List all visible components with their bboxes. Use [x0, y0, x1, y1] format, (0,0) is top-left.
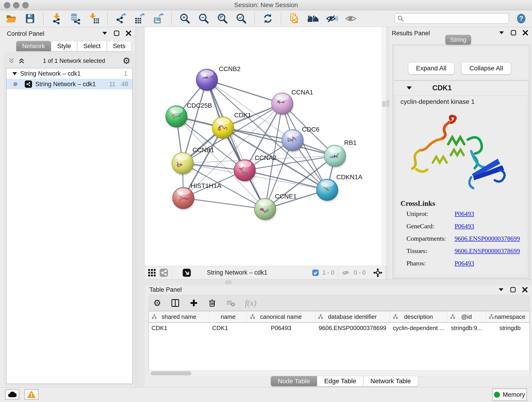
search-input[interactable]: [406, 15, 506, 22]
crosslink-link[interactable]: 9606.ENSP00000378699: [455, 247, 520, 255]
panel-menu-icon[interactable]: [102, 30, 108, 36]
column-header-namespace[interactable]: namespace: [486, 311, 530, 322]
column-header-shared-name[interactable]: shared name: [149, 311, 209, 322]
fit-selected-crosshair-icon[interactable]: [373, 268, 383, 278]
show-columns-icon[interactable]: [171, 298, 180, 307]
gene-expander-icon[interactable]: [407, 86, 412, 89]
tab-network[interactable]: Network: [16, 41, 51, 51]
network-edge-CCNA2-CDKN1A[interactable]: [245, 170, 327, 190]
tab-string[interactable]: String: [445, 35, 471, 45]
hidden-eye-icon[interactable]: [342, 269, 350, 276]
birdseye-grid-icon[interactable]: [148, 269, 156, 277]
network-node-CDC25B[interactable]: [166, 106, 187, 128]
crosslink-link[interactable]: P06493: [455, 260, 474, 267]
help-button[interactable]: ?: [515, 12, 527, 25]
tab-edge-table[interactable]: Edge Table: [317, 376, 363, 386]
network-edge-CCNB2-CCNE1[interactable]: [207, 80, 265, 209]
table-splitter[interactable]: [145, 279, 532, 286]
network-node-CCNB1[interactable]: [172, 153, 194, 175]
left-splitter[interactable]: [136, 27, 145, 387]
table-settings-gear-icon[interactable]: ⚙: [153, 299, 161, 307]
export-table-button[interactable]: [133, 12, 146, 25]
network-scrollbar[interactable]: [382, 27, 386, 266]
cloud-button[interactable]: [5, 389, 19, 400]
collapse-all-networks-icon[interactable]: [8, 58, 14, 64]
crosslink-link[interactable]: P06493: [455, 210, 474, 217]
panel-menu-icon[interactable]: [498, 287, 504, 293]
column-header-name[interactable]: name: [209, 311, 247, 322]
memory-button[interactable]: Memory: [492, 389, 527, 401]
network-scrollbar-thumb[interactable]: [382, 101, 386, 107]
graphics-detail-button[interactable]: [345, 12, 357, 25]
close-panel-icon[interactable]: [126, 30, 132, 36]
network-options-gear-icon[interactable]: ⚙: [123, 58, 129, 64]
open-in-window-icon[interactable]: [182, 268, 191, 277]
import-table-button[interactable]: [88, 12, 100, 25]
houses-button[interactable]: [307, 12, 319, 25]
refresh-button[interactable]: [262, 12, 274, 25]
column-header-description[interactable]: description: [390, 311, 447, 322]
table-cell: P06493: [247, 323, 315, 333]
node-table: shared namenamecanonical namedatabase id…: [148, 311, 530, 370]
network-edge-HIST1H1A-CCNE1[interactable]: [183, 198, 265, 209]
network-node-CCNA1[interactable]: [272, 93, 293, 115]
tab-sets[interactable]: Sets: [107, 41, 132, 51]
export-network-button[interactable]: [114, 12, 127, 25]
network-node-RB1[interactable]: [324, 145, 346, 167]
zoom-fit-button[interactable]: [216, 12, 229, 25]
toolbar-separator: [281, 12, 281, 25]
collection-expander-icon[interactable]: [12, 72, 17, 75]
import-network-file-button[interactable]: [51, 12, 63, 25]
right-splitter-grip[interactable]: [386, 100, 390, 107]
table-splitter-grip[interactable]: [225, 281, 232, 284]
collapse-all-button[interactable]: Collapse All: [461, 62, 511, 75]
tab-node-table[interactable]: Node Table: [271, 376, 317, 386]
float-panel-icon[interactable]: [510, 30, 516, 36]
network-node-CDC6[interactable]: [282, 129, 304, 152]
tab-style[interactable]: Style: [51, 41, 77, 51]
crosslink-link[interactable]: P06493: [455, 223, 474, 230]
network-node-CDKN1A[interactable]: [317, 179, 338, 201]
create-column-icon[interactable]: [190, 299, 198, 307]
expand-all-networks-icon[interactable]: [19, 58, 25, 64]
table-row[interactable]: CDK1CDK1P064939606.ENSP00000378699cyclin…: [149, 323, 530, 333]
network-row[interactable]: String Network – cdk1 11 48: [6, 79, 133, 89]
close-panel-icon[interactable]: [522, 30, 528, 36]
warnings-button[interactable]: [24, 389, 38, 400]
network-node-CCNE1[interactable]: [254, 198, 276, 221]
network-node-CCNA2[interactable]: [234, 160, 256, 182]
delete-column-icon[interactable]: [208, 299, 216, 307]
zoom-out-button[interactable]: [197, 12, 210, 25]
zoom-fit-icon: [217, 13, 228, 24]
float-panel-icon[interactable]: [114, 30, 120, 36]
open-session-button[interactable]: [5, 12, 17, 25]
hide-selected-button[interactable]: [326, 12, 338, 25]
close-panel-icon[interactable]: [522, 287, 528, 293]
column-header-canonical-name[interactable]: canonical name: [247, 311, 315, 322]
tab-network-table[interactable]: Network Table: [363, 376, 418, 386]
selected-checkbox-icon[interactable]: [312, 269, 319, 276]
network-share-icon[interactable]: [159, 268, 168, 277]
zoom-selected-button[interactable]: [235, 12, 247, 25]
network-canvas[interactable]: CCNB2CCNA1CDC25BCDK1CDC6RB1CCNB1CCNA2CDK…: [145, 27, 382, 266]
expand-all-button[interactable]: Expand All: [408, 62, 454, 75]
column-header--id[interactable]: @id: [447, 311, 486, 322]
table-hscrollbar-thumb[interactable]: [151, 371, 191, 375]
zoom-in-button[interactable]: [179, 12, 191, 25]
table-hscrollbar[interactable]: [148, 370, 530, 376]
warning-icon: [27, 391, 36, 398]
clone-network-icon: [289, 13, 300, 24]
export-image-button[interactable]: [152, 12, 165, 25]
save-session-button[interactable]: [24, 12, 36, 25]
crosslink-link[interactable]: 9606.ENSP00000378699: [455, 235, 520, 242]
network-node-CDK1[interactable]: [212, 117, 234, 139]
float-panel-icon[interactable]: [510, 287, 516, 293]
network-node-HIST1H1A[interactable]: [172, 187, 194, 210]
column-header-database-identifier[interactable]: database identifier: [315, 311, 390, 322]
import-network-database-button[interactable]: [69, 12, 82, 25]
panel-menu-icon[interactable]: [499, 30, 505, 36]
clone-network-button[interactable]: [288, 12, 301, 25]
tab-select[interactable]: Select: [77, 41, 107, 51]
network-edge-CCNB2-CCNA1[interactable]: [207, 80, 282, 104]
network-collection-row[interactable]: String Network – cdk1 1: [6, 68, 133, 79]
